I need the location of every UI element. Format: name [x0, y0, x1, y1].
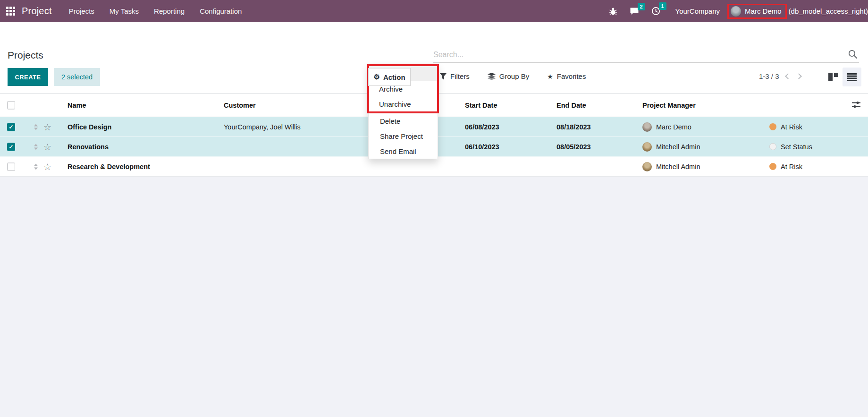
column-header-customer[interactable]: Customer [224, 102, 256, 109]
manager-avatar [642, 142, 652, 152]
menu-my-tasks[interactable]: My Tasks [110, 7, 139, 15]
view-switcher [824, 68, 861, 86]
pager-previous-icon[interactable] [785, 73, 791, 79]
navbar-right: 2 1 YourCompany Marc Demo (db_model_acce… [609, 4, 868, 19]
menu-item-delete[interactable]: Delete [369, 113, 438, 128]
list-view-button[interactable] [843, 68, 861, 86]
top-navbar: Project Projects My Tasks Reporting Conf… [0, 0, 868, 22]
column-header-name[interactable]: Name [67, 102, 86, 109]
status-dot[interactable] [769, 143, 776, 150]
drag-handle-icon[interactable] [34, 163, 38, 170]
pager-range: 1-3 / 3 [759, 72, 779, 80]
group-by-label: Group By [499, 72, 529, 80]
messages-icon[interactable]: 2 [630, 7, 639, 16]
activities-badge: 1 [659, 2, 666, 10]
odoo-project-screen: Project Projects My Tasks Reporting Conf… [0, 0, 868, 417]
favorite-star-icon[interactable]: ☆ [43, 142, 51, 152]
manager-name: Mitchell Admin [656, 163, 700, 170]
drag-handle-icon[interactable] [34, 144, 38, 150]
selected-count-badge[interactable]: 2 selected [54, 68, 100, 86]
project-status: At Risk [769, 163, 802, 170]
column-header-start-date[interactable]: Start Date [465, 102, 497, 109]
gear-icon: ⚙ [373, 73, 379, 81]
project-status: At Risk [769, 123, 802, 131]
favorites-button[interactable]: ★ Favorites [547, 72, 586, 80]
project-name[interactable]: Research & Development [67, 163, 150, 170]
company-switcher[interactable]: YourCompany [675, 7, 720, 15]
status-dot[interactable] [769, 163, 776, 170]
status-label: At Risk [781, 123, 802, 131]
page-title: Projects [8, 50, 43, 61]
manager-name: Mitchell Admin [656, 143, 700, 151]
manager-avatar [642, 162, 652, 171]
pager-next-icon[interactable] [796, 73, 802, 79]
search-filter-bar: Filters Group By ★ Favorites [440, 72, 586, 80]
menu-reporting[interactable]: Reporting [154, 7, 185, 15]
database-name: (db_model_access_right) [789, 7, 868, 15]
user-avatar [731, 6, 741, 17]
create-button[interactable]: CREATE [8, 68, 48, 86]
search-box [433, 47, 859, 63]
status-dot[interactable] [769, 123, 776, 130]
project-manager: Marc Demo [642, 122, 691, 132]
search-icon[interactable] [848, 49, 858, 61]
manager-name: Marc Demo [656, 123, 691, 131]
menu-item-share-project[interactable]: Share Project [369, 128, 438, 144]
favorite-star-icon[interactable]: ☆ [43, 162, 51, 171]
row-checkbox[interactable] [7, 162, 15, 170]
project-name[interactable]: Office Design [67, 123, 111, 131]
project-start-date: 06/08/2023 [465, 123, 499, 131]
user-name: Marc Demo [745, 7, 782, 15]
layers-icon [488, 73, 496, 80]
manager-avatar [642, 122, 652, 132]
kanban-icon [828, 73, 838, 81]
star-icon: ★ [547, 73, 553, 80]
project-manager: Mitchell Admin [642, 162, 700, 171]
column-header-end-date[interactable]: End Date [556, 102, 586, 109]
user-menu-annotation[interactable]: Marc Demo [727, 4, 787, 19]
debug-bug-icon[interactable] [609, 7, 617, 16]
row-checkbox[interactable]: ✓ [7, 123, 15, 131]
menu-item-unarchive[interactable]: Unarchive [369, 96, 437, 111]
favorite-star-icon[interactable]: ☆ [43, 122, 51, 132]
list-icon [847, 73, 857, 81]
drag-handle-icon[interactable] [34, 124, 38, 130]
action-button[interactable]: ⚙ Action [368, 68, 411, 86]
favorites-label: Favorites [557, 72, 586, 80]
activities-clock-icon[interactable]: 1 [651, 7, 660, 16]
row-checkbox[interactable]: ✓ [7, 143, 15, 151]
menu-projects[interactable]: Projects [69, 7, 94, 15]
project-end-date: 08/05/2023 [556, 143, 591, 151]
action-label: Action [383, 73, 405, 81]
project-manager: Mitchell Admin [642, 142, 700, 152]
main-menu: Projects My Tasks Reporting Configuratio… [69, 7, 242, 15]
search-input[interactable] [433, 47, 859, 63]
filters-button[interactable]: Filters [440, 72, 470, 80]
messages-badge: 2 [638, 3, 645, 10]
group-by-button[interactable]: Group By [488, 72, 529, 80]
pager: 1-3 / 3 [759, 72, 801, 80]
project-start-date: 06/10/2023 [465, 143, 499, 151]
column-header-project-manager[interactable]: Project Manager [642, 102, 696, 109]
menu-item-send-email[interactable]: Send Email [369, 144, 438, 159]
funnel-icon [440, 73, 447, 80]
kanban-view-button[interactable] [824, 68, 843, 86]
select-all-checkbox[interactable] [7, 101, 15, 109]
project-end-date: 08/18/2023 [556, 123, 591, 131]
app-name[interactable]: Project [22, 6, 52, 17]
apps-grid-icon[interactable] [6, 7, 15, 16]
project-status: Set Status [769, 143, 812, 151]
project-name[interactable]: Renovations [67, 143, 109, 151]
status-label: Set Status [781, 143, 812, 151]
filters-label: Filters [450, 72, 470, 80]
optional-columns-icon[interactable] [851, 100, 861, 111]
status-label: At Risk [781, 163, 802, 170]
project-customer: YourCompany, Joel Willis [224, 123, 301, 131]
table-row[interactable]: ☆ Research & Development Mitchell Admin … [0, 157, 868, 177]
menu-configuration[interactable]: Configuration [200, 7, 242, 15]
